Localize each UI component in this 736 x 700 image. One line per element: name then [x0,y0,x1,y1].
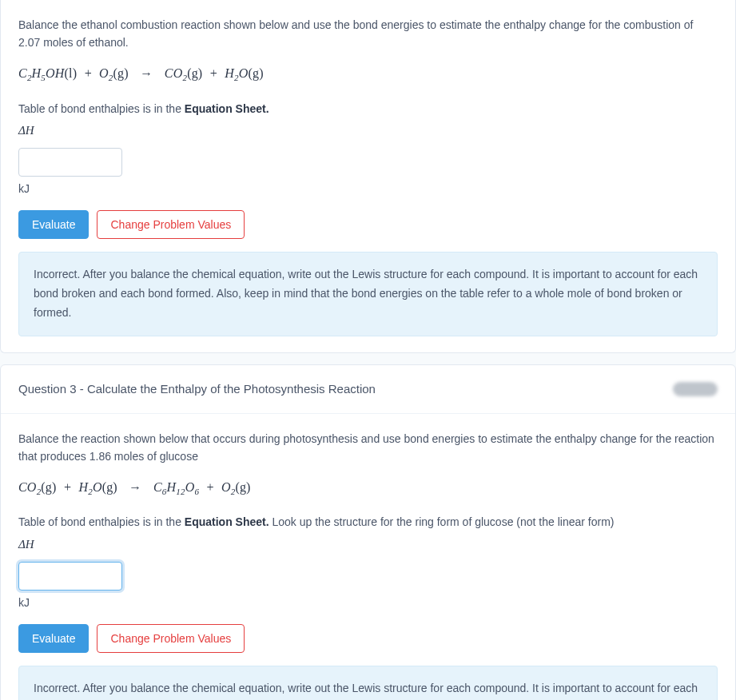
question-3-card: Question 3 - Calculate the Enthalpy of t… [0,364,736,700]
q3-prompt: Balance the reaction shown below that oc… [18,430,718,466]
q2-answer-input[interactable] [18,148,122,177]
q3-delta-h-label: ΔH [18,535,718,554]
q3-equation: CO2(g) + H2O(g) → C6H12O6 + O2(g) [18,477,718,499]
q3-unit: kJ [18,594,718,611]
q3-answer-input[interactable] [18,562,122,591]
q2-delta-h-label: ΔH [18,121,718,140]
q3-status-badge [673,382,718,396]
q2-evaluate-button[interactable]: Evaluate [18,210,89,239]
q2-change-values-button[interactable]: Change Problem Values [97,210,245,239]
q3-header: Question 3 - Calculate the Enthalpy of t… [1,365,735,414]
q3-table-note: Table of bond enthalpies is in the Equat… [18,513,718,531]
q3-evaluate-button[interactable]: Evaluate [18,624,89,653]
q2-equation: C2H5OH(l) + O2(g) → CO2(g) + H2O(g) [18,63,718,86]
q3-title: Question 3 - Calculate the Enthalpy of t… [18,380,376,399]
question-2-card: Balance the ethanol combustion reaction … [0,0,736,353]
q2-table-note: Table of bond enthalpies is in the Equat… [18,100,718,117]
q3-change-values-button[interactable]: Change Problem Values [97,624,245,653]
q2-prompt: Balance the ethanol combustion reaction … [18,16,718,52]
q3-feedback: Incorrect. After you balance the chemica… [18,666,718,700]
q2-feedback: Incorrect. After you balance the chemica… [18,252,718,336]
q2-unit: kJ [18,180,718,197]
